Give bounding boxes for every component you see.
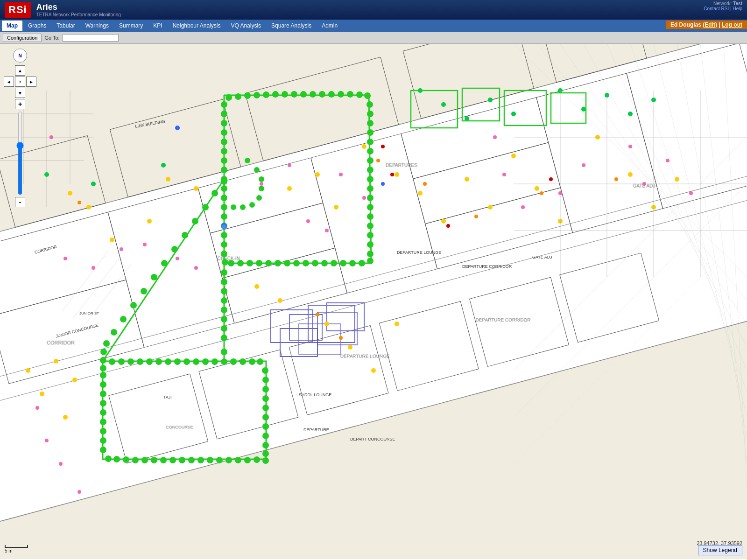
svg-point-75: [367, 223, 374, 229]
edit-link[interactable]: Edit: [705, 21, 715, 28]
tab-neighbour-analysis[interactable]: Neighbour Analysis: [168, 21, 226, 31]
svg-point-246: [465, 116, 469, 121]
svg-point-250: [581, 107, 586, 112]
tab-map[interactable]: Map: [2, 21, 22, 31]
svg-point-191: [221, 349, 227, 355]
svg-point-183: [221, 269, 227, 276]
svg-point-160: [216, 457, 223, 463]
svg-point-121: [141, 288, 147, 294]
scale-bar-line: [5, 545, 28, 548]
scale-bar: 5 m: [5, 545, 28, 553]
goto-input[interactable]: [63, 34, 119, 42]
svg-point-107: [221, 148, 227, 154]
svg-point-129: [118, 358, 125, 365]
tab-tabular[interactable]: Tabular: [52, 21, 79, 31]
svg-point-112: [221, 101, 227, 108]
svg-point-49: [254, 92, 260, 98]
svg-point-185: [221, 288, 227, 294]
svg-point-86: [303, 260, 309, 266]
pan-left-button[interactable]: ◄: [4, 77, 14, 87]
tab-square-analysis[interactable]: Square Analysis: [267, 21, 316, 31]
svg-text:DEPARTURES: DEPARTURES: [386, 162, 417, 168]
svg-point-153: [262, 442, 269, 448]
app-info: Aries TETRA Network Performance Monitori…: [36, 2, 121, 17]
svg-point-260: [549, 177, 553, 181]
svg-point-195: [259, 186, 264, 191]
svg-point-154: [262, 450, 269, 457]
pan-up-button[interactable]: ▲: [15, 65, 25, 76]
show-legend-button[interactable]: Show Legend: [698, 545, 742, 555]
contact-rsi-link[interactable]: Contact RSI: [704, 6, 729, 11]
tab-warnings[interactable]: Warnings: [81, 21, 113, 31]
pan-center-button[interactable]: •: [15, 77, 25, 87]
svg-text:CHECK-IN: CHECK-IN: [218, 256, 240, 261]
compass: N: [13, 49, 27, 63]
svg-point-116: [192, 218, 198, 224]
logout-link[interactable]: Log out: [722, 21, 742, 28]
svg-point-60: [356, 91, 363, 98]
help-link[interactable]: Help: [733, 6, 742, 11]
svg-point-178: [100, 400, 106, 406]
svg-point-147: [262, 386, 269, 392]
svg-point-64: [367, 120, 374, 126]
svg-point-72: [367, 195, 374, 201]
svg-point-261: [446, 224, 450, 228]
zoom-out-button[interactable]: -: [15, 197, 25, 207]
zoom-in-button[interactable]: +: [15, 99, 25, 109]
svg-point-243: [161, 163, 166, 168]
svg-point-207: [315, 172, 320, 177]
pan-down-button[interactable]: ▼: [15, 88, 25, 98]
svg-point-222: [324, 322, 329, 326]
svg-point-206: [287, 186, 292, 191]
tab-admin[interactable]: Admin: [317, 21, 342, 31]
svg-point-149: [262, 405, 269, 411]
network-value: Test: [733, 1, 742, 6]
pan-right-button[interactable]: ►: [26, 77, 36, 87]
svg-point-164: [179, 457, 185, 463]
svg-point-94: [228, 260, 234, 266]
tab-graphs[interactable]: Graphs: [23, 21, 51, 31]
svg-point-198: [240, 204, 246, 210]
svg-point-56: [319, 91, 325, 98]
svg-point-196: [256, 195, 262, 201]
svg-point-219: [628, 172, 633, 177]
svg-point-165: [169, 457, 176, 463]
svg-point-238: [614, 177, 618, 181]
svg-point-211: [418, 191, 423, 196]
svg-point-245: [441, 102, 446, 107]
svg-point-71: [367, 185, 374, 192]
map-container[interactable]: CORRIDOR CHECK-IN DEPARTURES DEPARTURE L…: [0, 44, 747, 559]
svg-point-159: [226, 457, 232, 463]
svg-point-320: [582, 163, 585, 167]
tab-kpi[interactable]: KPI: [148, 21, 167, 31]
svg-point-308: [194, 266, 198, 270]
svg-text:DEPARTURE CORRIDOR: DEPARTURE CORRIDOR: [476, 317, 531, 322]
userbar: Ed Douglas (Edit) | Log out: [666, 21, 747, 29]
svg-point-141: [230, 358, 237, 365]
svg-point-216: [535, 186, 539, 191]
svg-point-151: [262, 423, 269, 430]
svg-point-328: [78, 490, 81, 494]
svg-point-100: [221, 213, 227, 220]
svg-point-58: [338, 91, 344, 98]
svg-point-232: [72, 378, 77, 382]
svg-point-177: [100, 409, 106, 416]
svg-point-125: [103, 340, 110, 347]
svg-point-145: [262, 367, 268, 374]
tab-summary[interactable]: Summary: [114, 21, 148, 31]
svg-point-170: [123, 456, 129, 463]
svg-point-106: [221, 157, 227, 164]
svg-point-91: [256, 260, 262, 266]
zoom-slider[interactable]: [16, 111, 24, 195]
svg-point-311: [306, 219, 310, 223]
svg-point-223: [348, 345, 352, 350]
svg-point-258: [381, 145, 385, 148]
svg-point-114: [211, 190, 218, 196]
svg-point-111: [221, 111, 227, 117]
svg-point-316: [493, 135, 497, 139]
configuration-button[interactable]: Configuration: [3, 34, 42, 42]
tab-vq-analysis[interactable]: VQ Analysis: [226, 21, 266, 31]
svg-point-109: [221, 129, 227, 136]
svg-point-120: [151, 274, 157, 280]
svg-point-81: [349, 260, 356, 266]
